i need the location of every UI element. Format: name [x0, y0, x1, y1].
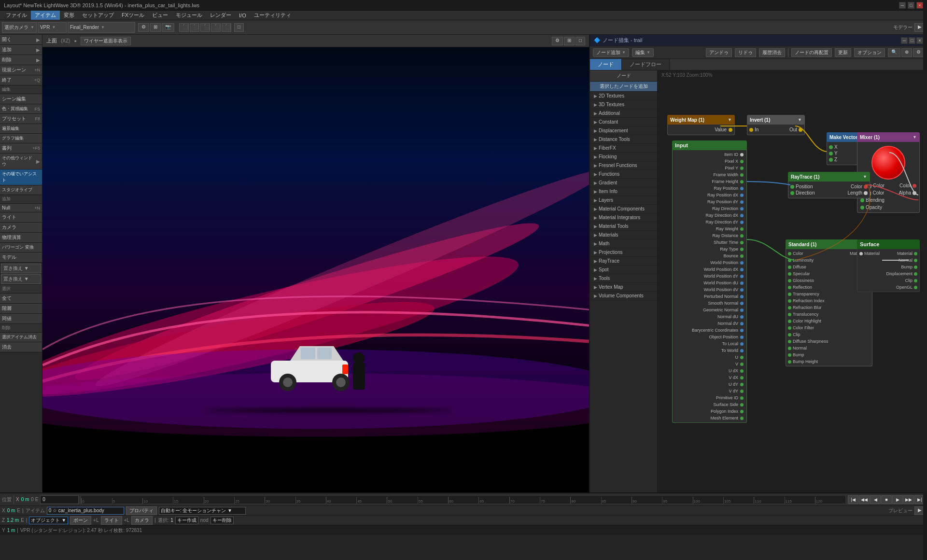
- cat-distance-tools[interactable]: ▶Distance Tools: [590, 135, 657, 144]
- sidebar-model[interactable]: モデル: [0, 252, 42, 263]
- menu-fx[interactable]: FXツール: [118, 11, 148, 20]
- input-header[interactable]: Input: [672, 140, 747, 150]
- cat-materials[interactable]: ▶Materials: [590, 231, 657, 239]
- cat-volume-components[interactable]: ▶Volume Components: [590, 292, 657, 300]
- cat-material-tools[interactable]: ▶Material Tools: [590, 222, 657, 231]
- close-button[interactable]: ×: [916, 2, 923, 9]
- node-panel-min[interactable]: ─: [901, 37, 908, 44]
- stop-btn[interactable]: ■: [881, 495, 892, 504]
- render-dropdown[interactable]: Final_Render ▼: [68, 22, 135, 33]
- view-btn3[interactable]: ⬛: [200, 23, 210, 32]
- key-delete-btn[interactable]: キー削除: [211, 517, 234, 524]
- cat-raytrace[interactable]: ▶RayTrace: [590, 257, 657, 266]
- cat-constant[interactable]: ▶Constant: [590, 118, 657, 126]
- tab-node-flow[interactable]: ノードフロー: [622, 59, 670, 70]
- cat-fiberfx[interactable]: ▶FiberFX: [590, 144, 657, 153]
- render-camera-btn[interactable]: 📷: [162, 23, 174, 32]
- sidebar-scene-edit2[interactable]: 遍景編集: [0, 124, 42, 134]
- node-magnify-btn[interactable]: ⊕: [901, 48, 912, 57]
- vpr-dropdown[interactable]: VPR ▼: [38, 22, 67, 33]
- cat-2d-textures[interactable]: ▶2D Textures: [590, 92, 657, 100]
- sidebar-preset[interactable]: プリセットF8: [0, 114, 42, 124]
- sidebar-assist[interactable]: その場でいアシスト: [0, 169, 42, 185]
- invert-header[interactable]: Invert (1) ▼: [747, 115, 805, 125]
- play-btn[interactable]: ▶: [892, 495, 903, 504]
- sidebar-physics[interactable]: 物理演算: [0, 233, 42, 243]
- menu-utility[interactable]: ユーティリティ: [250, 11, 295, 20]
- prev-btn[interactable]: ◀◀: [859, 495, 870, 504]
- menu-item[interactable]: アイテム: [31, 11, 60, 20]
- sidebar-select-hierarchy[interactable]: 階層: [0, 304, 42, 314]
- cat-displacement[interactable]: ▶Displacement: [590, 126, 657, 135]
- view-btn2[interactable]: ⬛: [190, 23, 199, 32]
- sidebar-quit[interactable]: 終了+Q: [0, 75, 42, 85]
- cat-flocking[interactable]: ▶Flocking: [590, 153, 657, 161]
- prev-start-btn[interactable]: |◀: [848, 495, 858, 504]
- sidebar-null[interactable]: Null+N: [0, 204, 42, 212]
- node-undo-btn[interactable]: アンドゥ: [706, 48, 732, 57]
- cat-functions[interactable]: ▶Functions: [590, 170, 657, 179]
- cat-additional[interactable]: ▶Additional: [590, 109, 657, 118]
- cat-layers[interactable]: ▶Layers: [590, 196, 657, 205]
- node-rearrange-btn[interactable]: ノードの再配置: [791, 48, 832, 57]
- sidebar-clear[interactable]: 消去: [0, 342, 42, 352]
- node-update-btn[interactable]: 更新: [835, 48, 851, 57]
- sidebar-select-all[interactable]: 全て: [0, 294, 42, 304]
- sidebar-select-same[interactable]: 同値: [0, 314, 42, 324]
- menu-file[interactable]: ファイル: [2, 11, 31, 20]
- tab-node[interactable]: ノード: [590, 59, 622, 70]
- node-settings-btn[interactable]: ⚙: [913, 48, 924, 57]
- surface-header[interactable]: Surface: [857, 239, 920, 249]
- view-btn4[interactable]: ⬛: [211, 23, 221, 32]
- maximize-button[interactable]: □: [908, 2, 914, 9]
- replace-dropdown2[interactable]: 置き換え ▼: [1, 274, 41, 284]
- sidebar-delete[interactable]: 削除▶: [0, 55, 42, 65]
- menu-io[interactable]: I/O: [235, 12, 250, 19]
- sidebar-studio[interactable]: スタジオライブ: [0, 185, 42, 195]
- sidebar-light[interactable]: ライト: [0, 212, 42, 223]
- camera-dropdown[interactable]: 選択カメラ ▼: [2, 22, 37, 33]
- cat-fresnel[interactable]: ▶Fresnel Functions: [590, 161, 657, 170]
- weight-map-header[interactable]: Weight Map (1) ▼: [667, 115, 735, 125]
- cat-material-components[interactable]: ▶Material Components: [590, 205, 657, 213]
- sidebar-new-scene[interactable]: 現規シーン+N: [0, 65, 42, 75]
- bone-btn[interactable]: ボーン: [70, 516, 91, 525]
- sidebar-power[interactable]: パワーゴン 変換: [0, 243, 42, 252]
- node-add-selected[interactable]: 選択したノードを追加: [590, 82, 657, 92]
- view-btn1[interactable]: ⬛: [179, 23, 189, 32]
- sidebar-other-windows[interactable]: その他ウィンドウ▶: [0, 154, 42, 169]
- cat-tools[interactable]: ▶Tools: [590, 274, 657, 283]
- view-btn5[interactable]: ⬛: [222, 23, 231, 32]
- cat-item-info[interactable]: ▶Item Info: [590, 187, 657, 196]
- viewport-settings-btn[interactable]: ⚙: [552, 37, 563, 45]
- cat-gradient[interactable]: ▶Gradient: [590, 179, 657, 187]
- cat-projections[interactable]: ▶Projections: [590, 248, 657, 257]
- node-panel-close[interactable]: ×: [916, 37, 923, 44]
- step-back-btn[interactable]: ◀: [870, 495, 881, 504]
- node-panel-max[interactable]: □: [909, 37, 915, 44]
- viewport-grid-btn[interactable]: ⊞: [564, 37, 575, 45]
- node-options-btn[interactable]: オプション: [854, 48, 885, 57]
- menu-module[interactable]: モジュール: [172, 11, 206, 20]
- render-settings-btn[interactable]: ⚙: [138, 23, 149, 32]
- minimize-button[interactable]: ─: [899, 2, 906, 9]
- node-add-btn[interactable]: ノード追加 ▼: [593, 48, 629, 57]
- viewport-wireframe-btn[interactable]: ワイヤー遮面非表示: [81, 37, 131, 45]
- sidebar-graph[interactable]: グラフ編集: [0, 134, 42, 143]
- node-clear-history-btn[interactable]: 履歴消去: [759, 48, 785, 57]
- cat-math[interactable]: ▶Math: [590, 239, 657, 248]
- node-edit-btn[interactable]: 編集 ▼: [632, 48, 654, 57]
- node-redo-btn[interactable]: リドゥ: [735, 48, 756, 57]
- mixer-header[interactable]: Mixer (1) ▼: [857, 132, 920, 142]
- sidebar-open[interactable]: 開く▶: [0, 35, 42, 45]
- key-make-btn[interactable]: キー作成: [175, 517, 198, 524]
- sidebar-surface-edit[interactable]: 色・質感編集FS: [0, 104, 42, 114]
- menu-setup[interactable]: セットアップ: [78, 11, 118, 20]
- menu-view[interactable]: ビュー: [148, 11, 172, 20]
- timeline-ruler[interactable]: 0 5 10 15 20 25 30 35 40 45 50 55 60 65 …: [81, 495, 846, 504]
- cat-3d-textures[interactable]: ▶3D Textures: [590, 100, 657, 109]
- sidebar-add[interactable]: 追加▶: [0, 45, 42, 55]
- cat-vertex-map[interactable]: ▶Vertex Map: [590, 283, 657, 292]
- viewport-max-btn[interactable]: □: [576, 37, 585, 45]
- maximize-view-btn[interactable]: □: [234, 23, 244, 32]
